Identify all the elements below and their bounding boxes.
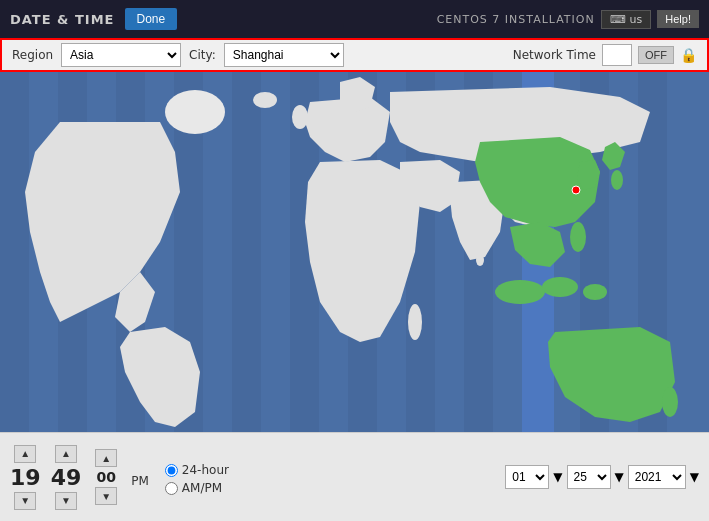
svg-point-23 [408, 304, 422, 340]
header: DATE & TIME Done CENTOS 7 INSTALLATION ⌨… [0, 0, 709, 38]
lock-icon[interactable]: 🔒 [680, 47, 697, 63]
centos-label: CENTOS 7 INSTALLATION [437, 13, 595, 26]
network-time-input[interactable] [602, 44, 632, 66]
svg-point-15 [611, 170, 623, 190]
date-section: 01 ▼ 25 ▼ 2021 ▼ [505, 465, 699, 489]
seconds-up-button[interactable]: ▲ [95, 449, 117, 467]
network-time-toggle[interactable]: OFF [638, 46, 674, 64]
hours-up-button[interactable]: ▲ [14, 445, 36, 463]
seconds-down-button[interactable]: ▼ [95, 487, 117, 505]
region-select[interactable]: Asia [61, 43, 181, 67]
ampm-label: PM [131, 466, 149, 488]
svg-rect-1 [0, 72, 29, 432]
city-select[interactable]: Shanghai [224, 43, 344, 67]
year-select[interactable]: 2021 [628, 465, 686, 489]
month-select[interactable]: 01 [505, 465, 549, 489]
svg-point-24 [476, 254, 484, 266]
seconds-display: 00 [91, 469, 121, 485]
svg-point-18 [583, 284, 607, 300]
svg-rect-5 [232, 72, 261, 432]
minutes-display: 49 [51, 465, 82, 490]
region-row: Region Asia City: Shanghai Network Time … [0, 38, 709, 72]
city-label: City: [189, 48, 216, 62]
flag-icon: ⌨ [610, 13, 626, 26]
minutes-down-button[interactable]: ▼ [55, 492, 77, 510]
day-arrow: ▼ [615, 470, 624, 484]
svg-point-16 [495, 280, 545, 304]
svg-point-21 [572, 186, 580, 194]
day-select[interactable]: 25 [567, 465, 611, 489]
svg-point-19 [570, 222, 586, 252]
minutes-spinner: ▲ 49 ▼ [51, 445, 82, 510]
help-button[interactable]: Help! [657, 10, 699, 28]
format-ampm-row: AM/PM [165, 481, 229, 495]
format-ampm-radio[interactable] [165, 482, 178, 495]
page-title: DATE & TIME [10, 12, 115, 27]
svg-point-13 [165, 90, 225, 134]
svg-point-22 [253, 92, 277, 108]
us-badge: ⌨ us [601, 10, 652, 29]
region-label: Region [12, 48, 53, 62]
bottom-bar: ▲ 19 ▼ ▲ 49 ▼ ▲ 00 ▼ PM 24-hour AM/PM 01… [0, 432, 709, 521]
month-arrow: ▼ [553, 470, 562, 484]
svg-point-20 [662, 387, 678, 417]
minutes-up-button[interactable]: ▲ [55, 445, 77, 463]
format-24h-radio[interactable] [165, 464, 178, 477]
hours-spinner: ▲ 19 ▼ [10, 445, 41, 510]
done-button[interactable]: Done [125, 8, 178, 30]
format-ampm-label: AM/PM [182, 481, 222, 495]
hours-down-button[interactable]: ▼ [14, 492, 36, 510]
format-section: 24-hour AM/PM [165, 459, 229, 495]
format-24h-label: 24-hour [182, 463, 229, 477]
header-right: CENTOS 7 INSTALLATION ⌨ us Help! [437, 10, 699, 29]
network-time-label: Network Time [513, 48, 596, 62]
world-map[interactable] [0, 72, 709, 432]
header-left: DATE & TIME Done [10, 8, 177, 30]
svg-point-14 [292, 105, 308, 129]
seconds-spinner: ▲ 00 ▼ [91, 449, 121, 505]
network-time-section: Network Time OFF 🔒 [513, 44, 697, 66]
us-label: us [630, 13, 643, 26]
svg-point-17 [542, 277, 578, 297]
map-svg [0, 72, 709, 432]
year-arrow: ▼ [690, 470, 699, 484]
format-24h-row: 24-hour [165, 463, 229, 477]
hours-display: 19 [10, 465, 41, 490]
